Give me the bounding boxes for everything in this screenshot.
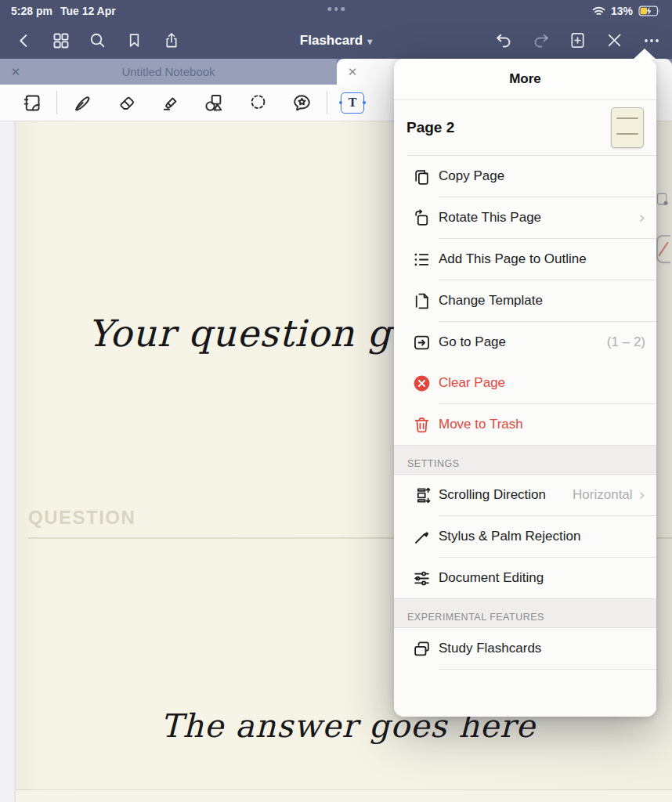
multitask-dots-icon[interactable] <box>327 7 345 11</box>
popover-caret <box>633 49 656 60</box>
tab-close-icon[interactable]: ✕ <box>345 65 360 79</box>
tab-close-icon[interactable]: ✕ <box>8 65 23 79</box>
menu-item-label: Scrolling Direction <box>439 487 546 503</box>
menu-item-label: Go to Page <box>439 334 506 350</box>
clipped-pencil-icon <box>656 234 670 266</box>
lasso-icon <box>247 92 269 114</box>
template-icon <box>411 291 432 311</box>
status-bar: 5:28 pm Tue 12 Apr 13% <box>0 0 672 22</box>
battery-percent: 13% <box>611 5 633 17</box>
elements-icon <box>291 92 313 114</box>
document-editing-icon <box>411 568 432 588</box>
battery-charging-icon <box>638 5 661 16</box>
menu-item-go-to-page[interactable]: Go to Page(1 – 2) <box>394 322 656 363</box>
menu-item-label: Add This Page to Outline <box>439 251 587 267</box>
question-template-label: QUESTION <box>28 507 135 529</box>
menu-item-add-page-to-outline[interactable]: Add This Page to Outline <box>394 239 656 280</box>
shapes-tool-button[interactable] <box>192 88 236 117</box>
menu-item-label: Stylus & Palm Rejection <box>439 529 580 544</box>
menu-item-label: Clear Page <box>439 375 505 391</box>
status-time: 5:28 pm <box>11 5 52 17</box>
page-bottom-strip <box>16 790 672 802</box>
scrolling-direction-icon <box>411 485 432 505</box>
chevron-right-icon: › <box>639 487 645 504</box>
elements-tool-button[interactable] <box>280 88 323 117</box>
go-to-page-icon <box>411 332 432 352</box>
document-title: Flashcard <box>300 33 363 49</box>
menu-item-scrolling-direction[interactable]: Scrolling DirectionHorizontal› <box>394 475 656 515</box>
shapes-icon <box>204 92 225 114</box>
back-button[interactable] <box>11 27 37 53</box>
stylus-icon <box>411 526 432 547</box>
study-flashcards-icon <box>411 638 432 659</box>
menu-item-label: Copy Page <box>439 168 504 184</box>
text-tool-button[interactable]: T <box>331 88 374 117</box>
menu-item-copy-page[interactable]: Copy Page <box>394 156 656 197</box>
section-header-label: SETTINGS <box>407 458 460 469</box>
rotate-page-icon <box>411 208 432 228</box>
toolbar-divider <box>327 91 327 114</box>
more-popover: More Page 2 Copy PageRotate This Page›Ad… <box>394 59 656 717</box>
menu-item-label: Rotate This Page <box>439 210 541 226</box>
current-page-row[interactable]: Page 2 <box>394 100 656 155</box>
bookmark-button[interactable] <box>121 27 147 53</box>
menu-item-rotate-this-page[interactable]: Rotate This Page› <box>394 197 656 238</box>
read-only-icon <box>21 92 42 114</box>
thumbnails-grid-button[interactable] <box>48 27 74 53</box>
wifi-icon <box>592 6 605 16</box>
undo-button[interactable] <box>491 27 517 53</box>
menu-item-label: Document Editing <box>439 570 544 586</box>
text-icon: T <box>341 92 364 114</box>
menu-item-label: Change Template <box>439 293 543 309</box>
copy-page-icon <box>411 166 432 186</box>
deselect-tool-button[interactable] <box>602 27 627 53</box>
section-header-label: EXPERIMENTAL FEATURES <box>407 612 544 623</box>
clipped-sidebar-icons <box>656 190 670 266</box>
chevron-down-icon: ▾ <box>367 36 372 47</box>
menu-item-label: Study Flashcards <box>439 641 541 656</box>
lasso-tool-button[interactable] <box>236 88 280 117</box>
menu-item-stylus-palm-rejection[interactable]: Stylus & Palm Rejection <box>394 516 656 557</box>
pen-tool-button[interactable] <box>60 88 104 117</box>
clear-page-icon <box>411 373 432 393</box>
section-header-settings: SETTINGS <box>394 445 656 475</box>
outline-icon <box>411 249 432 269</box>
section-header-experimental-features: EXPERIMENTAL FEATURES <box>394 598 656 628</box>
menu-item-detail: Horizontal <box>573 487 633 503</box>
popover-menu: Copy PageRotate This Page›Add This Page … <box>394 156 656 670</box>
chevron-right-icon: › <box>639 210 645 226</box>
redo-button[interactable] <box>528 27 554 53</box>
status-date: Tue 12 Apr <box>60 5 116 17</box>
eraser-icon <box>116 92 137 114</box>
page-thumbnail <box>611 107 644 148</box>
share-button[interactable] <box>158 27 184 53</box>
pen-icon <box>72 92 93 114</box>
eraser-tool-button[interactable] <box>104 88 148 117</box>
current-page-label: Page 2 <box>406 119 454 136</box>
popover-footer <box>394 670 656 717</box>
menu-item-document-editing[interactable]: Document Editing <box>394 558 656 598</box>
menu-item-clear-page[interactable]: Clear Page <box>394 363 656 403</box>
tab-title: Untitled Notebook <box>0 65 337 78</box>
navigation-bar: Flashcard ▾ <box>0 22 672 59</box>
popover-title: More <box>394 59 656 100</box>
menu-item-detail: (1 – 2) <box>607 334 645 350</box>
menu-item-study-flashcards[interactable]: Study Flashcards <box>394 628 656 669</box>
highlighter-icon <box>160 92 181 114</box>
menu-item-change-template[interactable]: Change Template <box>394 280 656 321</box>
highlighter-tool-button[interactable] <box>148 88 192 117</box>
trash-icon <box>411 414 432 435</box>
document-title-menu[interactable]: Flashcard ▾ <box>300 33 372 49</box>
menu-item-label: Move to Trash <box>439 417 523 432</box>
clipped-page-icon <box>656 190 670 208</box>
menu-item-move-to-trash[interactable]: Move to Trash <box>394 404 656 445</box>
search-button[interactable] <box>85 27 110 53</box>
tab-untitled-notebook[interactable]: Untitled Notebook ✕ <box>0 59 337 85</box>
add-page-button[interactable] <box>565 27 591 53</box>
toolbar-divider <box>56 91 57 114</box>
read-only-tool-button[interactable] <box>9 88 53 117</box>
